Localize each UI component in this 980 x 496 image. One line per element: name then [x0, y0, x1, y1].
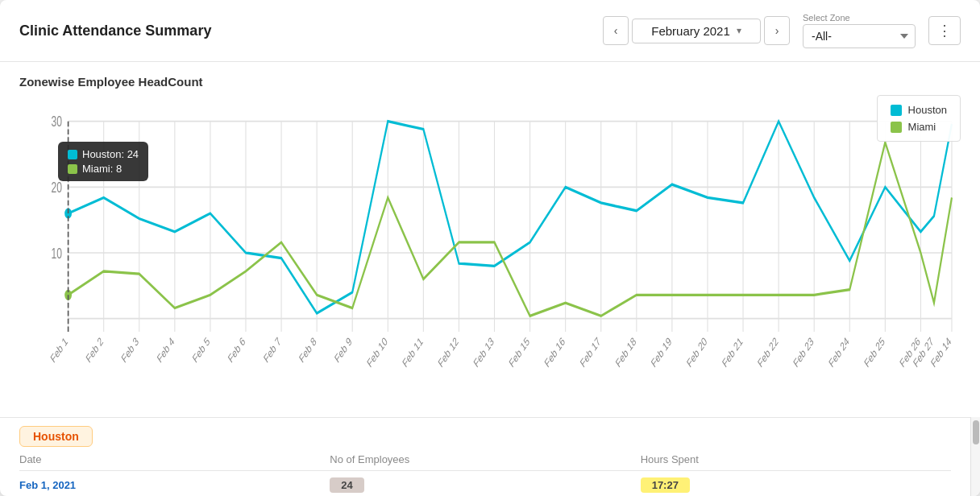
svg-text:Feb 25: Feb 25: [862, 335, 887, 370]
svg-text:Feb 17: Feb 17: [579, 335, 603, 370]
svg-text:Feb 1: Feb 1: [49, 335, 70, 366]
bottom-section-wrapper: Houston Date No of Employees Hours Spent…: [0, 417, 980, 496]
zone-badge: Houston: [19, 426, 93, 447]
bottom-section: Houston Date No of Employees Hours Spent…: [0, 417, 970, 496]
zone-select-wrapper: Select Zone -All- Houston Miami: [803, 13, 916, 48]
legend-swatch-houston: [891, 105, 902, 116]
svg-text:Feb 22: Feb 22: [756, 335, 780, 370]
table-header: Date No of Employees Hours Spent: [19, 453, 951, 471]
legend-item-miami: Miami: [891, 121, 947, 133]
col-header-date: Date: [19, 453, 330, 465]
svg-text:Feb 24: Feb 24: [827, 335, 851, 370]
svg-text:10: 10: [51, 245, 61, 261]
svg-text:Feb 11: Feb 11: [401, 335, 425, 370]
svg-text:Feb 9: Feb 9: [333, 335, 354, 366]
svg-text:20: 20: [51, 179, 61, 195]
svg-text:Feb 10: Feb 10: [365, 335, 389, 370]
date-dropdown-icon: ▾: [737, 25, 741, 36]
row-hours: 17:27: [641, 477, 951, 493]
col-header-hours: Hours Spent: [641, 453, 951, 465]
row-date: Feb 1, 2021: [19, 479, 330, 491]
more-options-button[interactable]: ⋮: [928, 16, 961, 45]
svg-text:Feb 16: Feb 16: [543, 335, 567, 370]
header: Clinic Attendance Summary ‹ February 202…: [0, 0, 980, 62]
chart-svg: 30 20 10 Feb 1 F: [19, 95, 961, 411]
date-navigation: ‹ February 2021 ▾ ›: [603, 16, 790, 45]
date-label: February 2021: [651, 24, 730, 38]
next-month-button[interactable]: ›: [764, 16, 790, 45]
legend-item-houston: Houston: [891, 104, 947, 116]
page-title: Clinic Attendance Summary: [19, 23, 590, 39]
table-row: Feb 1, 2021 24 17:27: [19, 471, 951, 496]
legend-label-miami: Miami: [908, 121, 936, 133]
svg-text:Feb 18: Feb 18: [614, 335, 638, 370]
svg-text:Feb 2: Feb 2: [85, 335, 106, 366]
svg-text:Feb 7: Feb 7: [262, 335, 283, 366]
zone-select[interactable]: -All- Houston Miami: [803, 24, 916, 48]
legend-label-houston: Houston: [908, 104, 947, 116]
svg-text:Feb 12: Feb 12: [436, 335, 460, 370]
scrollbar[interactable]: [970, 417, 980, 496]
svg-text:Feb 5: Feb 5: [191, 335, 212, 366]
legend-swatch-miami: [891, 122, 902, 133]
content-area: Zonewise Employee HeadCount: [0, 62, 980, 417]
prev-month-button[interactable]: ‹: [603, 16, 629, 45]
svg-text:30: 30: [51, 114, 61, 130]
svg-text:Feb 21: Feb 21: [720, 335, 745, 370]
zone-select-label: Select Zone: [803, 13, 916, 23]
svg-text:Feb 3: Feb 3: [120, 335, 141, 366]
date-display[interactable]: February 2021 ▾: [632, 19, 761, 43]
svg-text:Feb 15: Feb 15: [508, 335, 532, 370]
svg-text:Feb 20: Feb 20: [685, 335, 709, 370]
svg-text:Feb 14: Feb 14: [929, 335, 953, 370]
row-employees: 24: [330, 477, 640, 493]
svg-text:Feb 23: Feb 23: [791, 335, 816, 370]
hours-badge: 17:27: [641, 477, 690, 493]
chart-title: Zonewise Employee HeadCount: [19, 75, 961, 89]
svg-text:Feb 4: Feb 4: [156, 335, 176, 366]
employees-badge: 24: [330, 477, 363, 493]
svg-text:Feb 13: Feb 13: [472, 335, 496, 370]
chart-area: 30 20 10 Feb 1 F: [19, 95, 961, 411]
col-header-employees: No of Employees: [330, 453, 640, 465]
svg-text:Feb 8: Feb 8: [297, 335, 318, 366]
svg-text:Feb 6: Feb 6: [226, 335, 247, 366]
main-container: Clinic Attendance Summary ‹ February 202…: [0, 0, 980, 496]
svg-text:Feb 19: Feb 19: [650, 335, 674, 370]
chart-legend: Houston Miami: [877, 95, 961, 142]
scrollbar-thumb: [973, 420, 979, 444]
